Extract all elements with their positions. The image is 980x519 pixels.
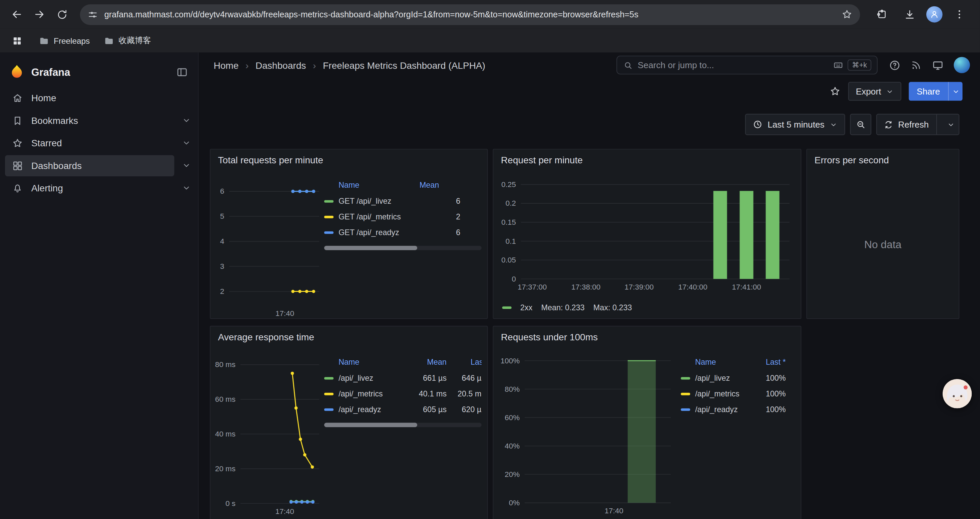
reload-button[interactable] — [51, 4, 73, 25]
panel-title[interactable]: Average response time — [210, 326, 487, 342]
legend-scrollbar[interactable] — [324, 423, 482, 427]
favorite-dashboard-button[interactable] — [830, 86, 841, 97]
timeseries-chart[interactable]: 80 ms60 ms40 ms20 ms0 s17:40 — [213, 351, 323, 519]
share-button-group: Share — [908, 82, 963, 101]
share-button[interactable]: Share — [908, 82, 948, 101]
floating-avatar[interactable] — [943, 379, 972, 409]
panel-title[interactable]: Errors per second — [807, 150, 959, 165]
series-name[interactable]: GET /api/_readyz — [339, 228, 415, 237]
expand-dashboards-button[interactable] — [174, 161, 198, 170]
breadcrumb-home[interactable]: Home — [213, 60, 239, 70]
export-button[interactable]: Export — [848, 82, 901, 101]
panel-request-per-minute: Request per minute 0.250.20.150.10.05017… — [493, 149, 801, 319]
bar-chart[interactable]: 0.250.20.150.10.05017:37:0017:38:0017:39… — [496, 174, 798, 303]
timeseries-chart[interactable]: 6543217:40 — [213, 174, 323, 319]
legend-col-mean[interactable]: Mean — [399, 358, 447, 366]
bookmark-label: 收藏博客 — [118, 35, 151, 46]
series-name[interactable]: /api/_metrics — [695, 390, 748, 398]
user-avatar[interactable] — [954, 57, 970, 73]
legend-col-last[interactable]: Last — [447, 358, 482, 366]
legend-row: /api/_metrics 100% — [681, 386, 795, 401]
bookmark-label: Freeleaps — [54, 36, 90, 45]
svg-text:3: 3 — [220, 262, 224, 270]
zoom-out-time-button[interactable] — [850, 114, 871, 135]
series-name[interactable]: GET /api/_metrics — [339, 212, 415, 221]
site-settings-icon[interactable] — [88, 9, 98, 20]
legend-col-name[interactable]: Name — [324, 181, 415, 189]
browser-menu-button[interactable] — [949, 4, 970, 25]
series-name[interactable]: /api/_livez — [695, 374, 748, 382]
address-bar[interactable]: grafana.mathmast.com/d/deytv4rwavabkb/fr… — [80, 4, 860, 25]
series-name[interactable]: /api/_livez — [339, 374, 399, 382]
search-input[interactable] — [638, 60, 828, 70]
series-color-dash — [324, 377, 334, 379]
refresh-label[interactable]: Refresh — [898, 120, 929, 129]
series-name[interactable]: /api/_readyz — [695, 405, 748, 414]
legend-col-mean[interactable]: Mean — [415, 181, 460, 189]
apps-grid-button[interactable] — [9, 32, 25, 49]
breadcrumb-dashboards[interactable]: Dashboards — [256, 60, 306, 70]
extensions-button[interactable] — [871, 4, 892, 25]
help-button[interactable] — [889, 59, 901, 71]
downloads-button[interactable] — [899, 4, 920, 25]
legend-col-name[interactable]: Name — [681, 358, 748, 366]
svg-text:17:39:00: 17:39:00 — [624, 283, 654, 291]
scrollbar-thumb[interactable] — [324, 246, 417, 250]
series-name[interactable]: GET /api/_livez — [339, 197, 415, 205]
series-mean: 40.1 ms — [399, 390, 447, 398]
sidebar-collapse-button[interactable] — [176, 66, 188, 78]
panel-title[interactable]: Request per minute — [493, 150, 800, 165]
search-bar[interactable]: ⌘+k — [616, 56, 878, 75]
time-range-picker[interactable]: Last 5 minutes — [745, 114, 845, 135]
chevron-down-icon — [830, 120, 838, 128]
breadcrumb-separator: › — [245, 60, 248, 70]
expand-bookmarks-button[interactable] — [174, 115, 198, 125]
star-outline-icon — [830, 86, 841, 97]
legend-table: Name Mean Last /api/_livez 661 µs 646 µs — [324, 354, 482, 427]
legend-col-name[interactable]: Name — [324, 358, 399, 366]
series-name[interactable]: 2xx — [520, 303, 532, 312]
news-button[interactable] — [911, 59, 922, 71]
sidebar-item-home[interactable]: Home — [5, 87, 174, 109]
sidebar-item-bookmarks[interactable]: Bookmarks — [5, 110, 174, 131]
legend-inline: 2xx Mean: 0.233 Max: 0.233 — [502, 303, 632, 312]
expand-starred-button[interactable] — [174, 138, 198, 148]
sidebar-item-starred[interactable]: Starred — [5, 132, 174, 153]
panel-title[interactable]: Total requests per minute — [210, 150, 487, 165]
sidebar-item-dashboards[interactable]: Dashboards — [5, 155, 174, 176]
screen: grafana.mathmast.com/d/deytv4rwavabkb/fr… — [0, 0, 980, 519]
clock-icon — [752, 120, 762, 129]
series-name[interactable]: /api/_metrics — [339, 390, 399, 398]
scrollbar-thumb[interactable] — [324, 423, 417, 427]
panel-title[interactable]: Requests under 100ms — [493, 326, 800, 342]
forward-button[interactable] — [29, 4, 50, 25]
series-name[interactable]: /api/_readyz — [339, 405, 399, 414]
legend-col-last[interactable]: Last * — [748, 358, 789, 366]
legend-scrollbar[interactable] — [324, 246, 482, 250]
panel-requests-under-100ms: Requests under 100ms 100%80%60%40%20%0%1… — [493, 326, 801, 519]
series-last: 646 µs — [447, 374, 482, 382]
bookmark-item[interactable]: 收藏博客 — [103, 35, 151, 46]
svg-text:0.1: 0.1 — [505, 237, 516, 246]
svg-text:0: 0 — [512, 275, 516, 283]
sidebar-item-label: Home — [31, 93, 56, 103]
share-menu-button[interactable] — [948, 82, 963, 101]
chevron-down-icon — [181, 115, 191, 125]
sidebar-item-label: Alerting — [31, 183, 63, 193]
url-text[interactable]: grafana.mathmast.com/d/deytv4rwavabkb/fr… — [104, 10, 835, 19]
bookmark-star-icon[interactable] — [841, 9, 853, 20]
refresh-interval-button[interactable] — [943, 120, 959, 128]
series-color-dash — [681, 393, 690, 395]
back-button[interactable] — [6, 4, 28, 25]
bookmark-item[interactable]: Freeleaps — [39, 35, 90, 46]
expand-alerting-button[interactable] — [174, 184, 198, 193]
series-color-dash — [324, 393, 334, 395]
svg-text:17:38:00: 17:38:00 — [571, 283, 600, 291]
rss-icon — [911, 59, 922, 71]
browser-profile-avatar[interactable] — [926, 6, 943, 23]
svg-text:17:40: 17:40 — [275, 507, 294, 516]
sidebar-item-alerting[interactable]: Alerting — [5, 177, 174, 199]
bell-icon — [12, 182, 23, 194]
display-button[interactable] — [932, 59, 944, 71]
bar-chart[interactable]: 100%80%60%40%20%0%17:40 — [496, 351, 678, 519]
